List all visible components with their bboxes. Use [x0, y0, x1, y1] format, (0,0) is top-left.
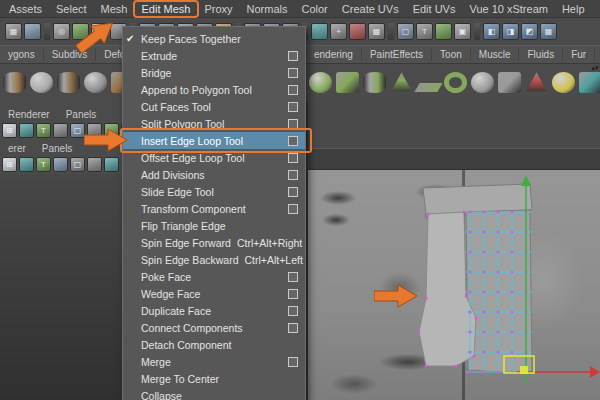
toolbar-icon[interactable]: ◧ [483, 23, 500, 40]
panel-icon[interactable]: T [36, 157, 51, 172]
menubar-item-normals[interactable]: Normals [240, 2, 295, 16]
menu-item-merge[interactable]: Merge [123, 353, 305, 370]
toolbar-icon[interactable] [311, 23, 328, 40]
shelf-icon-cylinder[interactable] [3, 72, 26, 93]
menu-item-slide-edge-tool[interactable]: Slide Edge Tool [123, 183, 305, 200]
option-box-icon[interactable] [288, 272, 298, 282]
menu-item-wedge-face[interactable]: Wedge Face [123, 285, 305, 302]
menu-item-poke-face[interactable]: Poke Face [123, 268, 305, 285]
shelf-icon-cube[interactable] [579, 72, 600, 93]
viewport-panel[interactable] [308, 170, 600, 400]
menu-item-offset-edge-loop-tool[interactable]: Offset Edge Loop Tool [123, 149, 305, 166]
shelf-tab-ygons[interactable]: ygons [0, 48, 44, 61]
menu-item-keep-faces-together[interactable]: ✔Keep Faces Together [123, 30, 305, 47]
option-box-icon[interactable] [288, 187, 298, 197]
shelf-tab-muscle[interactable]: Muscle [471, 48, 520, 61]
option-box-icon[interactable] [288, 306, 298, 316]
panel-icon[interactable] [104, 157, 119, 172]
option-box-icon[interactable] [288, 204, 298, 214]
menubar-item-edit-mesh[interactable]: Edit Mesh [135, 2, 198, 16]
shelf-icon-sphere[interactable] [552, 72, 575, 93]
menu-item-bridge[interactable]: Bridge [123, 64, 305, 81]
menu-item-detach-component[interactable]: Detach Component [123, 336, 305, 353]
menu-item-connect-components[interactable]: Connect Components [123, 319, 305, 336]
panel-icon[interactable] [53, 157, 68, 172]
menubar-item-assets[interactable]: Assets [2, 2, 49, 16]
toolbar-icon[interactable]: + [330, 23, 347, 40]
panel-icon[interactable]: ⊞ [2, 157, 17, 172]
menu-item-collapse[interactable]: Collapse [123, 387, 305, 400]
option-box-icon[interactable] [288, 102, 298, 112]
option-box-icon[interactable] [288, 136, 298, 146]
panel-icon[interactable]: ▢ [70, 123, 85, 138]
panel-icon[interactable] [53, 123, 68, 138]
panel-menu-panels-2[interactable]: Panels [42, 143, 73, 154]
toolbar-icon[interactable] [24, 23, 41, 40]
menu-item-flip-triangle-edge[interactable]: Flip Triangle Edge [123, 217, 305, 234]
toolbar-icon[interactable]: ▦ [5, 23, 22, 40]
shelf-icon-cylinder[interactable] [57, 72, 80, 93]
option-box-icon[interactable] [288, 85, 298, 95]
panel-icon[interactable]: ⊞ [2, 123, 17, 138]
panel-icon[interactable] [19, 123, 34, 138]
option-box-icon[interactable] [288, 323, 298, 333]
shelf-tab-endering[interactable]: endering [306, 48, 362, 61]
shelf-icon-cylinder[interactable] [363, 72, 386, 93]
shelf-scroll-arrows[interactable]: ▴▾ [590, 64, 600, 72]
shelf-icon-cone[interactable] [390, 72, 413, 93]
menubar-item-create-uvs[interactable]: Create UVs [335, 2, 406, 16]
panel-icon[interactable] [19, 157, 34, 172]
shelf-tab-fluids[interactable]: Fluids [519, 48, 563, 61]
menubar-item-color[interactable]: Color [295, 2, 335, 16]
option-box-icon[interactable] [288, 119, 298, 129]
panel-icon[interactable] [87, 157, 102, 172]
shelf-icon-cube[interactable] [336, 72, 359, 93]
panel-menu-renderer-2[interactable]: erer [8, 143, 26, 154]
toolbar-icon[interactable]: T [416, 23, 433, 40]
option-box-icon[interactable] [288, 68, 298, 78]
toolbar-icon[interactable]: ▢ [397, 23, 414, 40]
menu-item-spin-edge-backward[interactable]: Spin Edge BackwardCtrl+Alt+Left [123, 251, 305, 268]
menu-item-split-polygon-tool[interactable]: Split Polygon Tool [123, 115, 305, 132]
menu-item-duplicate-face[interactable]: Duplicate Face [123, 302, 305, 319]
toolbar-icon[interactable]: ▣ [454, 23, 471, 40]
toolbar-icon[interactable]: ◎ [53, 23, 70, 40]
menu-item-append-to-polygon-tool[interactable]: Append to Polygon Tool [123, 81, 305, 98]
shelf-tab-toon[interactable]: Toon [432, 48, 471, 61]
toolbar-icon[interactable] [349, 23, 366, 40]
shelf-tab-fur[interactable]: Fur [563, 48, 595, 61]
panel-icon[interactable]: ▢ [70, 157, 85, 172]
shelf-icon-cube[interactable] [498, 72, 521, 93]
shelf-icon-sphere[interactable] [471, 72, 494, 93]
shelf-icon-torus[interactable] [444, 72, 467, 93]
menu-item-add-divisions[interactable]: Add Divisions [123, 166, 305, 183]
shelf-icon-sphere[interactable] [30, 72, 53, 93]
menu-item-extrude[interactable]: Extrude [123, 47, 305, 64]
menubar-item-vue-10-xstream[interactable]: Vue 10 xStream [462, 2, 554, 16]
shelf-icon-cone[interactable] [525, 72, 548, 93]
shelf-icon-sphere[interactable] [84, 72, 107, 93]
toolbar-icon[interactable]: ◨ [502, 23, 519, 40]
panel-menu-panels[interactable]: Panels [66, 109, 97, 120]
shelf-icon-plane[interactable] [414, 83, 442, 92]
menubar-item-select[interactable]: Select [49, 2, 94, 16]
option-box-icon[interactable] [288, 289, 298, 299]
option-box-icon[interactable] [288, 170, 298, 180]
menubar-item-edit-uvs[interactable]: Edit UVs [406, 2, 463, 16]
menu-item-insert-edge-loop-tool[interactable]: Insert Edge Loop Tool [123, 132, 305, 149]
panel-icon[interactable]: T [36, 123, 51, 138]
option-box-icon[interactable] [288, 153, 298, 163]
toolbar-icon[interactable]: ▦ [540, 23, 557, 40]
shelf-icon-sphere[interactable] [309, 72, 332, 93]
menu-item-merge-to-center[interactable]: Merge To Center [123, 370, 305, 387]
toolbar-icon[interactable]: ▦ [368, 23, 385, 40]
menubar-item-help[interactable]: Help [555, 2, 592, 16]
menu-item-transform-component[interactable]: Transform Component [123, 200, 305, 217]
toolbar-icon[interactable]: ◩ [521, 23, 538, 40]
panel-menu-renderer[interactable]: Renderer [8, 109, 50, 120]
option-box-icon[interactable] [288, 51, 298, 61]
menu-item-cut-faces-tool[interactable]: Cut Faces Tool [123, 98, 305, 115]
option-box-icon[interactable] [288, 357, 298, 367]
shelf-tab-painteffects[interactable]: PaintEffects [362, 48, 432, 61]
menu-item-spin-edge-forward[interactable]: Spin Edge ForwardCtrl+Alt+Right [123, 234, 305, 251]
